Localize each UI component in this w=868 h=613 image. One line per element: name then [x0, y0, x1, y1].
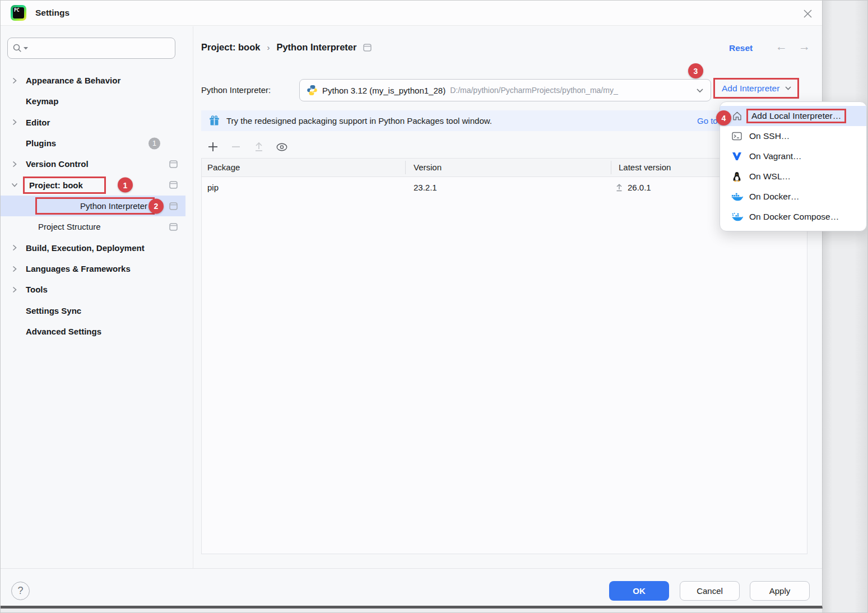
sidebar-item-appearance[interactable]: Appearance & Behavior [1, 70, 185, 91]
breadcrumb-separator: › [267, 43, 270, 52]
chevron-right-icon[interactable] [12, 77, 17, 84]
banner-message: Try the redesigned packaging support in … [226, 116, 492, 126]
sidebar-item-label: Plugins [26, 138, 56, 148]
sidebar-item-version-control[interactable]: Version Control [1, 154, 185, 174]
menu-item-add-local-interpreter[interactable]: Add Local Interpreter… [720, 106, 866, 126]
column-header-package[interactable]: Package [207, 159, 240, 177]
latest-version-text: 26.0.1 [628, 177, 651, 198]
column-header-version[interactable]: Version [414, 159, 442, 177]
add-interpreter-menu: Add Local Interpreter… On SSH… On Vagran… [720, 101, 867, 231]
chevron-right-icon[interactable] [12, 244, 17, 251]
history-navigation: ← → [776, 40, 810, 53]
menu-item-label: Add Local Interpreter… [751, 111, 841, 120]
package-version-cell: 23.2.1 [414, 177, 437, 198]
close-icon[interactable] [800, 6, 815, 21]
interpreter-select[interactable]: Python 3.12 (my_is_python1_28) D:/ma/pyt… [299, 79, 711, 101]
docker-compose-icon [731, 212, 743, 221]
column-divider [405, 161, 406, 174]
chevron-right-icon[interactable] [12, 266, 17, 272]
back-arrow-icon[interactable]: ← [776, 40, 787, 53]
settings-tree: Appearance & Behavior Keymap Editor Plug… [1, 70, 185, 342]
table-row[interactable]: pip 23.2.1 26.0.1 [202, 177, 807, 198]
sidebar-item-plugins[interactable]: Plugins 1 [1, 133, 185, 154]
reset-link[interactable]: Reset [729, 43, 753, 53]
add-interpreter-button[interactable]: Add Interpreter [722, 83, 779, 94]
show-early-releases-icon[interactable] [276, 141, 288, 153]
pycharm-logo-icon: PC [11, 5, 26, 21]
annotation-step-3: 3 [688, 63, 703, 78]
sidebar-item-label: Project Structure [38, 222, 101, 231]
terminal-icon [731, 131, 743, 141]
sidebar-item-tools[interactable]: Tools [1, 279, 185, 300]
menu-item-label: On Docker Compose… [749, 212, 839, 222]
linux-penguin-icon [731, 171, 743, 182]
menu-item-on-docker[interactable]: On Docker… [720, 187, 866, 207]
pycharm-logo-text: PC [13, 7, 24, 18]
banner-go-to-link[interactable]: Go to [697, 116, 718, 126]
sidebar-item-editor[interactable]: Editor [1, 112, 185, 133]
sidebar-item-label: Advanced Settings [26, 327, 101, 336]
chevron-right-icon[interactable] [12, 161, 17, 168]
annotation-box-4: Add Local Interpreter… [746, 109, 846, 123]
sidebar-item-label: Settings Sync [26, 306, 81, 315]
settings-window: PC Settings Appearance & Behavior [1, 1, 823, 609]
upgrade-package-icon[interactable] [253, 141, 265, 153]
package-latest-cell: 26.0.1 [615, 177, 651, 198]
ok-button[interactable]: OK [609, 581, 669, 601]
annotation-step-1: 1 [118, 178, 133, 193]
home-icon [731, 111, 743, 121]
menu-item-label: On Docker… [749, 192, 800, 202]
sidebar-item-label: Tools [26, 285, 48, 294]
search-input[interactable] [7, 38, 175, 59]
table-header: Package Version Latest version [202, 159, 807, 177]
chevron-down-icon[interactable] [785, 86, 792, 91]
upgrade-arrow-icon[interactable] [615, 183, 623, 192]
menu-item-label: On Vagrant… [749, 151, 802, 161]
sidebar-item-project-book[interactable]: Project: book 1 [1, 175, 185, 196]
project-scope-icon [169, 223, 178, 231]
sidebar-item-advanced-settings[interactable]: Advanced Settings [1, 321, 185, 342]
chevron-right-icon[interactable] [12, 119, 17, 126]
interpreter-path: D:/ma/pythion/PycharmProjects/python_ma/… [450, 86, 691, 95]
sidebar-item-label: Version Control [26, 159, 89, 169]
apply-button[interactable]: Apply [750, 581, 810, 601]
column-header-latest[interactable]: Latest version [619, 159, 671, 177]
menu-item-on-wsl[interactable]: On WSL… [720, 166, 866, 187]
menu-item-on-vagrant[interactable]: On Vagrant… [720, 146, 866, 166]
menu-item-on-ssh[interactable]: On SSH… [720, 126, 866, 146]
sidebar-item-languages-frameworks[interactable]: Languages & Frameworks [1, 258, 185, 279]
help-icon[interactable]: ? [11, 582, 30, 600]
project-scope-icon [363, 44, 372, 52]
remove-package-icon[interactable] [230, 141, 242, 153]
sidebar-item-label: Languages & Frameworks [26, 264, 131, 273]
chevron-down-icon[interactable] [696, 88, 704, 93]
sidebar-item-keymap[interactable]: Keymap [1, 91, 185, 112]
sidebar-item-label: Keymap [26, 96, 58, 106]
sidebar-item-build-execution[interactable]: Build, Execution, Deployment [1, 238, 185, 258]
annotation-box-3: Add Interpreter [713, 78, 799, 99]
breadcrumb-page: Python Interpreter [276, 42, 356, 53]
cancel-button[interactable]: Cancel [680, 581, 740, 601]
column-divider [611, 161, 611, 174]
breadcrumb-project[interactable]: Project: book [201, 42, 260, 53]
add-package-icon[interactable] [207, 141, 219, 153]
project-scope-icon [169, 160, 178, 168]
annotation-step-4: 4 [716, 110, 731, 126]
search-field[interactable] [29, 44, 170, 53]
sidebar-item-settings-sync[interactable]: Settings Sync [1, 300, 185, 321]
forward-arrow-icon[interactable]: → [799, 40, 810, 53]
breadcrumb: Project: book › Python Interpreter [201, 42, 372, 53]
docker-icon [731, 192, 743, 201]
sidebar-item-project-structure[interactable]: Project Structure [1, 216, 185, 237]
footer-divider [1, 568, 822, 569]
title-bar: PC Settings [1, 1, 822, 26]
sidebar-item-label: Appearance & Behavior [26, 76, 120, 85]
annotation-box-2: Python Interpreter [35, 197, 155, 215]
chevron-down-icon[interactable] [11, 183, 18, 187]
menu-item-on-docker-compose[interactable]: On Docker Compose… [720, 207, 866, 227]
chevron-right-icon[interactable] [12, 286, 17, 293]
sidebar-item-label: Build, Execution, Deployment [26, 243, 145, 253]
sidebar-item-python-interpreter[interactable]: Python Interpreter 2 [1, 196, 185, 216]
search-icon [12, 43, 22, 53]
sidebar-item-label: Python Interpreter [80, 201, 147, 211]
